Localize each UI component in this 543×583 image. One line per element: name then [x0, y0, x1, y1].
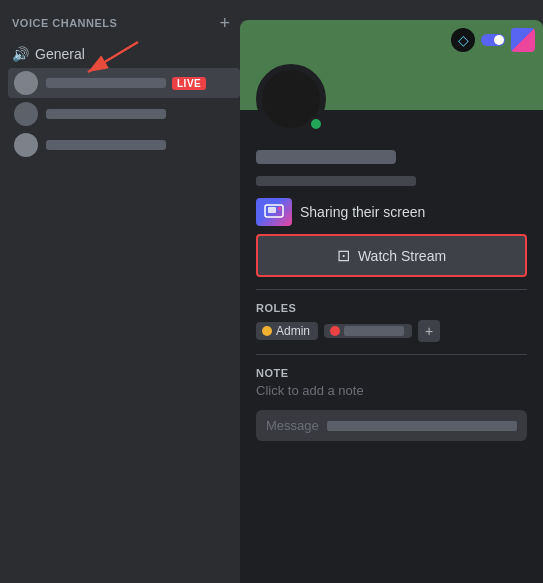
watch-stream-icon: ⊡ — [337, 246, 350, 265]
add-role-button[interactable]: + — [418, 320, 440, 342]
sharing-screen-icon — [256, 198, 292, 226]
message-input-area[interactable]: Message — [256, 410, 527, 441]
roles-label: ROLES — [256, 302, 527, 314]
user-list: LIVE — [0, 68, 240, 160]
role-color-dot — [330, 326, 340, 336]
list-item[interactable] — [8, 99, 240, 129]
voice-channels-title: VOICE CHANNELS — [12, 17, 117, 29]
role-name-admin: Admin — [276, 324, 310, 338]
avatar — [14, 133, 38, 157]
user-name — [46, 140, 166, 150]
popup-discriminator — [256, 176, 416, 186]
sidebar: VOICE CHANNELS + 🔊 General LIVE — [0, 0, 240, 583]
user-popup: ◇ Sharing their screen ⊡ Watch Stream — [240, 20, 543, 583]
profile-effects-icon[interactable] — [511, 28, 535, 52]
role-badge-admin[interactable]: Admin — [256, 322, 318, 340]
avatar — [14, 102, 38, 126]
roles-row: Admin + — [256, 320, 527, 342]
online-status-dot — [308, 116, 324, 132]
voice-channels-header: VOICE CHANNELS + — [0, 8, 240, 38]
list-item[interactable] — [8, 130, 240, 160]
message-label: Message — [266, 418, 319, 433]
popup-body: Sharing their screen ⊡ Watch Stream ROLE… — [240, 110, 543, 583]
popup-icons: ◇ — [451, 28, 535, 52]
general-channel[interactable]: 🔊 General — [0, 42, 240, 66]
note-label: NOTE — [256, 367, 527, 379]
section-divider-2 — [256, 354, 527, 355]
user-name — [46, 109, 166, 119]
watch-stream-label: Watch Stream — [358, 248, 446, 264]
toggle-icon[interactable] — [481, 34, 505, 46]
role-name-blurred — [344, 326, 404, 336]
role-badge-other[interactable] — [324, 324, 412, 338]
note-placeholder[interactable]: Click to add a note — [256, 383, 527, 398]
live-badge: LIVE — [172, 77, 206, 90]
section-divider-1 — [256, 289, 527, 290]
speaker-icon: 🔊 — [12, 46, 29, 62]
list-item[interactable]: LIVE — [8, 68, 240, 98]
svg-rect-4 — [278, 207, 281, 210]
popup-username — [256, 150, 396, 164]
svg-rect-3 — [268, 207, 276, 213]
user-name — [46, 78, 166, 88]
message-value — [327, 421, 517, 431]
popup-avatar-wrapper — [256, 64, 326, 134]
add-channel-button[interactable]: + — [217, 12, 232, 34]
roles-section: ROLES Admin + — [256, 302, 527, 342]
avatar — [14, 71, 38, 95]
channel-name-text: General — [35, 46, 85, 62]
nitro-icon[interactable]: ◇ — [451, 28, 475, 52]
popup-header: ◇ — [240, 20, 543, 110]
screen-icon-svg — [264, 204, 284, 220]
note-section: NOTE Click to add a note — [256, 367, 527, 398]
role-color-dot — [262, 326, 272, 336]
watch-stream-button[interactable]: ⊡ Watch Stream — [256, 234, 527, 277]
sharing-screen-row: Sharing their screen — [256, 198, 527, 226]
sharing-screen-text: Sharing their screen — [300, 204, 425, 220]
